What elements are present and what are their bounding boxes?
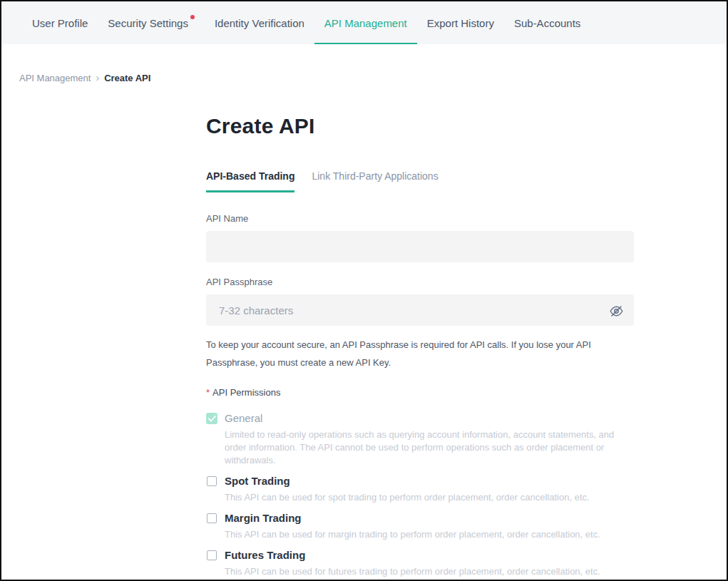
- api-passphrase-field: API Passphrase: [206, 277, 634, 326]
- profile-nav: User Profile Security Settings Identity …: [1, 1, 727, 44]
- checkbox-general-checked: [206, 413, 217, 424]
- checkbox-spot-trading[interactable]: [207, 476, 217, 486]
- nav-tab-export-history[interactable]: Export History: [417, 1, 504, 44]
- nav-tab-api-management[interactable]: API Management: [314, 1, 417, 44]
- permission-name[interactable]: Futures Trading: [225, 548, 305, 562]
- permission-description: This API can be used for futures trading…: [225, 565, 634, 578]
- permission-item-futures-trading: Futures Trading This API can be used for…: [206, 548, 634, 578]
- api-passphrase-label: API Passphrase: [206, 277, 634, 288]
- account-settings-page: User Profile Security Settings Identity …: [0, 0, 728, 581]
- api-name-field: API Name: [206, 213, 634, 262]
- breadcrumb-current: Create API: [104, 73, 150, 83]
- api-passphrase-input[interactable]: [206, 294, 634, 326]
- nav-tab-label: Security Settings: [108, 17, 188, 29]
- nav-tab-security-settings[interactable]: Security Settings: [98, 1, 205, 44]
- passphrase-help-text: To keep your account secure, an API Pass…: [206, 336, 634, 371]
- nav-tab-label: Sub-Accounts: [514, 17, 580, 29]
- api-permissions-label-text: API Permissions: [212, 387, 280, 398]
- chevron-right-icon: ›: [96, 72, 99, 83]
- api-type-tabs: API-Based Trading Link Third-Party Appli…: [206, 170, 634, 193]
- permission-name[interactable]: Spot Trading: [225, 474, 290, 488]
- required-asterisk: *: [206, 387, 210, 398]
- nav-tab-label: Export History: [427, 17, 494, 29]
- api-name-label: API Name: [206, 213, 634, 225]
- api-name-input[interactable]: [206, 231, 634, 262]
- checkbox-margin-trading[interactable]: [207, 513, 217, 523]
- api-permissions-label: *API Permissions: [206, 387, 634, 399]
- nav-tab-user-profile[interactable]: User Profile: [22, 1, 98, 44]
- alert-dot: [190, 15, 195, 19]
- nav-tab-label: Identity Verification: [215, 17, 304, 29]
- checkbox-futures-trading[interactable]: [207, 550, 217, 560]
- permission-name[interactable]: Margin Trading: [225, 511, 302, 525]
- breadcrumb-parent-link[interactable]: API Management: [19, 73, 91, 83]
- nav-tab-sub-accounts[interactable]: Sub-Accounts: [504, 1, 590, 44]
- permission-description: This API can be used for margin trading …: [225, 528, 634, 541]
- nav-tab-label: API Management: [324, 17, 407, 29]
- permission-name: General: [225, 411, 262, 426]
- nav-tab-label: User Profile: [32, 17, 88, 29]
- nav-tab-identity-verification[interactable]: Identity Verification: [205, 1, 314, 44]
- permission-description: Limited to read-only operations such as …: [225, 428, 634, 467]
- page-title: Create API: [206, 113, 634, 139]
- breadcrumb: API Management › Create API: [1, 44, 727, 83]
- permission-item-general: General Limited to read-only operations …: [206, 411, 634, 467]
- toggle-passphrase-visibility-button[interactable]: [608, 303, 624, 319]
- tab-api-based-trading[interactable]: API-Based Trading: [206, 170, 294, 192]
- eye-off-icon: [609, 304, 624, 319]
- create-api-form: Create API API-Based Trading Link Third-…: [206, 113, 634, 581]
- active-tab-underline: [314, 43, 417, 44]
- tab-link-third-party-applications[interactable]: Link Third-Party Applications: [312, 170, 438, 192]
- permission-item-spot-trading: Spot Trading This API can be used for sp…: [206, 474, 634, 504]
- permission-description: This API can be used for spot trading to…: [225, 491, 634, 504]
- permission-item-margin-trading: Margin Trading This API can be used for …: [206, 511, 634, 541]
- checkmark-icon: [208, 416, 216, 422]
